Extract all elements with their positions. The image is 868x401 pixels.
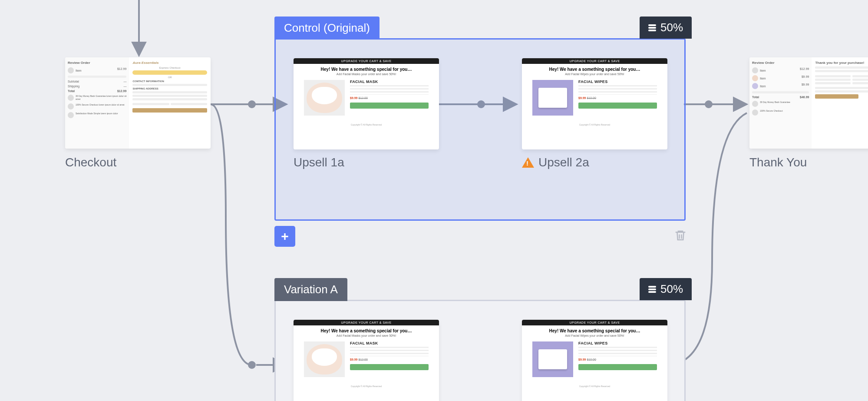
add-step-button[interactable]: + — [274, 226, 295, 247]
checkout-label: Checkout — [65, 156, 116, 169]
product-image-mask — [304, 341, 345, 377]
thankyou-label: Thank You — [749, 156, 807, 169]
warning-icon — [522, 157, 534, 168]
checkout-left-title: Review Order — [68, 61, 126, 65]
add-to-order-button — [350, 364, 429, 370]
variation-a-tab[interactable]: Variation A — [274, 278, 347, 301]
flow-canvas[interactable]: Review Order Item$12.99 Subtotal— Shippi… — [0, 0, 868, 401]
add-to-order-button — [578, 103, 657, 109]
variation-upsell-2-node[interactable]: UPGRADE YOUR CART & SAVE Hey! We have a … — [522, 320, 667, 401]
svg-point-1 — [248, 100, 256, 108]
traffic-icon — [648, 285, 656, 294]
product-image-mask — [304, 80, 345, 116]
checkout-node[interactable]: Review Order Item$12.99 Subtotal— Shippi… — [65, 57, 211, 149]
delete-variant-button[interactable] — [674, 229, 687, 246]
control-tab[interactable]: Control (Original) — [274, 17, 380, 40]
upsell-1a-node[interactable]: UPGRADE YOUR CART & SAVE Hey! We have a … — [294, 58, 439, 149]
svg-point-4 — [248, 361, 256, 369]
variation-upsell-1-node[interactable]: UPGRADE YOUR CART & SAVE Hey! We have a … — [294, 320, 439, 401]
traffic-icon — [648, 23, 656, 32]
control-traffic-badge[interactable]: 50% — [640, 17, 692, 39]
upsell-2a-label: Upsell 2a — [522, 156, 589, 169]
upsell-1a-label: Upsell 1a — [294, 156, 344, 169]
thankyou-node[interactable]: Review Order Item$12.99 Item$9.99 Item$9… — [749, 57, 868, 149]
variation-a-traffic-badge[interactable]: 50% — [640, 278, 692, 300]
product-image-wipes — [532, 341, 573, 377]
add-to-order-button — [350, 103, 429, 109]
svg-point-3 — [705, 100, 713, 108]
add-to-order-button — [578, 364, 657, 370]
product-image-wipes — [532, 80, 573, 116]
upsell-2a-node[interactable]: UPGRADE YOUR CART & SAVE Hey! We have a … — [522, 58, 667, 149]
